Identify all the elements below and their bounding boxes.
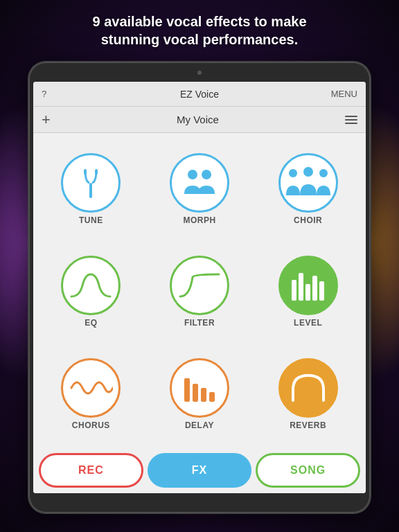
svg-rect-8	[292, 280, 296, 301]
filter-icon	[177, 272, 222, 299]
effects-grid: TUNE MORPH	[33, 133, 366, 450]
svg-point-7	[319, 169, 328, 177]
filter-circle	[170, 256, 229, 315]
svg-rect-1	[84, 169, 87, 175]
svg-rect-10	[305, 284, 310, 301]
fx-button[interactable]: FX	[148, 453, 252, 488]
effect-delay[interactable]: DELAY	[148, 345, 252, 443]
level-icon	[289, 267, 328, 303]
reverb-circle	[278, 358, 338, 418]
effect-filter[interactable]: FILTER	[148, 242, 252, 341]
sub-bar: + My Voice	[33, 107, 366, 133]
tune-circle	[61, 153, 121, 213]
svg-rect-9	[299, 273, 303, 301]
level-circle	[278, 256, 338, 315]
chorus-circle	[61, 358, 121, 418]
delay-icon	[180, 371, 219, 405]
svg-rect-15	[201, 388, 206, 402]
eq-icon	[69, 272, 113, 299]
delay-label: DELAY	[185, 420, 214, 430]
camera-dot	[197, 71, 202, 75]
eq-label: EQ	[85, 318, 97, 328]
add-button[interactable]: +	[42, 112, 51, 127]
headline: 9 available vocal effects to make stunni…	[0, 12, 399, 48]
svg-rect-0	[89, 183, 92, 198]
hamburger-menu[interactable]	[345, 116, 357, 124]
svg-rect-12	[319, 281, 324, 301]
reverb-icon	[286, 370, 330, 406]
device-frame: ? EZ Voice MENU + My Voice	[29, 62, 370, 513]
choir-icon	[283, 165, 333, 201]
help-button[interactable]: ?	[42, 89, 46, 99]
app-title: EZ Voice	[180, 89, 219, 100]
rec-button[interactable]: REC	[39, 453, 143, 488]
svg-rect-16	[209, 392, 215, 402]
svg-point-6	[303, 167, 313, 177]
song-button[interactable]: SONG	[256, 453, 360, 488]
effect-tune[interactable]: TUNE	[39, 140, 143, 238]
morph-label: MORPH	[183, 215, 215, 225]
svg-point-5	[289, 169, 297, 177]
tune-icon	[74, 163, 107, 202]
chorus-label: CHORUS	[72, 420, 110, 430]
chorus-icon	[69, 374, 113, 402]
svg-rect-11	[312, 276, 317, 301]
hamburger-line	[345, 123, 357, 124]
svg-rect-13	[184, 378, 190, 402]
eq-circle	[61, 256, 121, 315]
headline-line1: 9 available vocal effects to make	[92, 14, 306, 29]
effect-choir[interactable]: CHOIR	[256, 140, 360, 238]
top-bar: ? EZ Voice MENU	[33, 82, 366, 107]
menu-button[interactable]: MENU	[331, 89, 357, 99]
level-label: LEVEL	[294, 318, 322, 328]
hamburger-line	[345, 116, 357, 117]
effect-eq[interactable]: EQ	[39, 242, 143, 341]
effect-morph[interactable]: MORPH	[148, 140, 252, 238]
filter-label: FILTER	[184, 318, 215, 328]
headline-line2: stunning vocal performances.	[101, 32, 299, 47]
hamburger-line	[345, 119, 357, 121]
svg-point-4	[202, 170, 211, 179]
morph-icon	[179, 166, 220, 200]
delay-circle	[170, 358, 229, 418]
choir-label: CHOIR	[294, 215, 322, 225]
choir-circle	[278, 153, 338, 213]
effect-chorus[interactable]: CHORUS	[39, 345, 143, 443]
effect-reverb[interactable]: REVERB	[256, 345, 360, 443]
bottom-row: REC FX SONG	[33, 450, 366, 493]
screen: ? EZ Voice MENU + My Voice	[33, 82, 366, 493]
svg-rect-14	[193, 384, 198, 402]
svg-point-3	[188, 170, 197, 179]
morph-circle	[170, 153, 229, 213]
svg-rect-2	[95, 169, 98, 175]
tune-label: TUNE	[79, 215, 103, 225]
effect-level[interactable]: LEVEL	[256, 242, 360, 341]
reverb-label: REVERB	[290, 420, 326, 430]
sub-bar-title: My Voice	[177, 114, 219, 125]
